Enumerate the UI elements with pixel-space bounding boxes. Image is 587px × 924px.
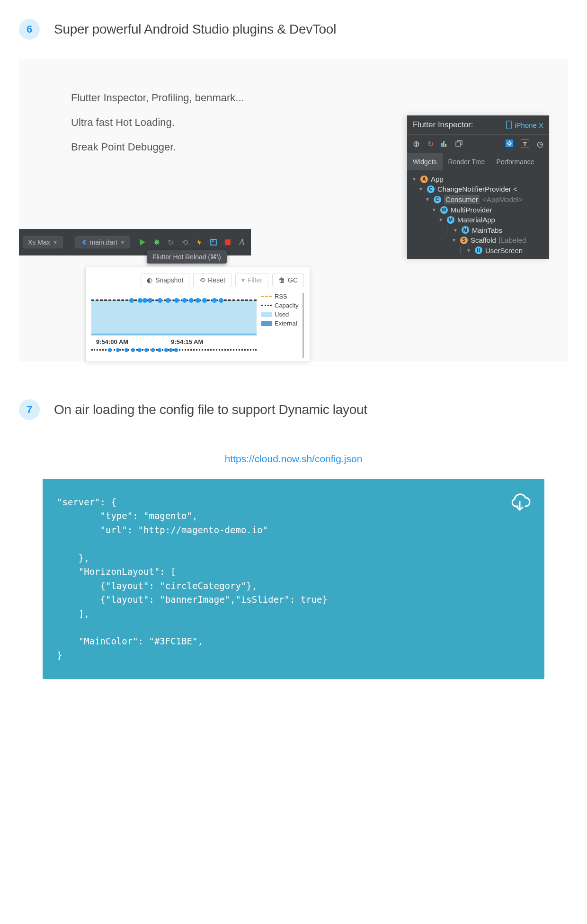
svg-rect-5 (441, 143, 443, 147)
expand-icon[interactable]: ▼ (412, 176, 417, 182)
target-icon[interactable] (506, 140, 513, 149)
node-label: MainTabs (472, 226, 502, 234)
tab-widgets[interactable]: Widgets (407, 153, 443, 170)
node-badge-icon: M (447, 216, 454, 224)
expand-icon[interactable]: ▼ (418, 186, 423, 192)
inspector-icon[interactable] (210, 238, 217, 246)
expand-icon[interactable]: ▼ (425, 197, 430, 202)
chart-xlabel: 9:54:15 AM (171, 338, 203, 345)
trash-icon: 🗑 (278, 276, 285, 284)
reset-button[interactable]: ⟲Reset (193, 273, 231, 287)
filter-button[interactable]: ▾Filter (235, 273, 268, 287)
filter-label: Filter (248, 276, 262, 284)
svg-rect-4 (507, 121, 511, 129)
refresh-icon[interactable]: ↻ (427, 140, 434, 149)
legend-capacity: Capacity (275, 302, 299, 309)
node-badge-icon: S (460, 237, 468, 244)
chevron-down-icon: ▼ (53, 240, 58, 245)
stop-icon[interactable] (224, 238, 231, 246)
config-code-text: "server": { "type": "magento", "url": "h… (57, 497, 328, 660)
tree-node[interactable]: ▼AApp (409, 174, 547, 184)
hot-reload-icon[interactable] (196, 238, 203, 246)
gc-label: GC (288, 276, 298, 284)
node-label: App (431, 175, 444, 183)
node-badge-icon: U (475, 246, 482, 254)
memory-chart-panel: ◐Snapshot ⟲Reset ▾Filter 🗑GC 9:54:00 AM … (85, 267, 310, 362)
svg-rect-6 (443, 141, 445, 147)
widget-tree[interactable]: ▼AApp▼CChangeNotifierProvider <▼CConsume… (407, 170, 549, 259)
add-icon[interactable]: ⊕ (413, 139, 420, 149)
gc-button[interactable]: 🗑GC (272, 273, 304, 287)
tab-render-tree[interactable]: Render Tree (443, 153, 491, 170)
bars-icon[interactable] (441, 140, 448, 148)
node-label: Scaffold (471, 236, 496, 244)
node-label: MultiProvider (451, 206, 492, 214)
svg-rect-3 (225, 239, 231, 245)
node-suffix: <AppModel> (482, 195, 523, 203)
file-dropdown[interactable]: main.dart ▼ (75, 236, 130, 248)
file-label: main.dart (90, 238, 117, 246)
device-name: iPhone X (515, 121, 543, 129)
expand-icon[interactable]: ▼ (438, 217, 443, 222)
debug-icon[interactable] (153, 238, 160, 246)
chart-xlabel: 9:54:00 AM (96, 338, 128, 345)
inspector-device[interactable]: iPhone X (506, 121, 543, 129)
clock-icon[interactable]: ◷ (537, 140, 543, 149)
legend-used: Used (275, 311, 289, 318)
expand-icon[interactable]: ▼ (453, 228, 458, 233)
snapshot-button[interactable]: ◐Snapshot (141, 273, 189, 287)
devtools-icon[interactable]: A (238, 238, 246, 246)
tree-node[interactable]: ▼MMultiProvider (409, 205, 547, 215)
node-label: UserScreen (485, 246, 523, 255)
node-label: ChangeNotifierProvider < (437, 185, 517, 193)
config-code-block: "server": { "type": "magento", "url": "h… (43, 479, 544, 679)
node-suffix: [Labeled (499, 236, 526, 244)
tree-node[interactable]: ▼CConsumer <AppModel> (409, 194, 547, 205)
hot-reload-tooltip: Flutter Hot Reload (⌘\) (147, 250, 227, 264)
flutter-logo-icon (80, 238, 87, 246)
expand-icon[interactable]: ▼ (432, 207, 436, 212)
section-header: 6 Super powerful Android Studio plugins … (19, 19, 568, 40)
node-badge-icon: M (462, 226, 469, 234)
section-7-content: https://cloud.now.sh/config.json "server… (19, 439, 568, 693)
legend-external: External (275, 320, 297, 327)
device-label: Xs Max (28, 238, 50, 246)
feature-item: Flutter Inspector, Profiling, benmark... (71, 92, 544, 104)
layers-icon[interactable] (455, 140, 463, 148)
memory-chart-plot (91, 293, 257, 335)
expand-icon[interactable]: ▼ (452, 238, 456, 243)
attach-icon[interactable]: ⟲ (181, 238, 189, 246)
tree-node[interactable]: ▼CChangeNotifierProvider < (409, 184, 547, 194)
node-badge-icon: M (440, 206, 448, 214)
section-number-badge: 6 (19, 19, 40, 40)
svg-rect-7 (445, 144, 446, 147)
profile-icon[interactable]: ↻ (167, 238, 175, 246)
inspector-tabs: Widgets Render Tree Performance (407, 153, 549, 170)
node-label: MaterialApp (457, 216, 495, 224)
node-badge-icon: A (420, 176, 428, 183)
chart-scrubber[interactable] (91, 349, 257, 358)
snapshot-label: Snapshot (155, 276, 183, 284)
tree-node[interactable]: ┆▼UUserScreen (409, 245, 547, 255)
reset-icon: ⟲ (199, 276, 205, 284)
svg-rect-2 (212, 241, 213, 243)
expand-icon[interactable]: ▼ (466, 248, 471, 253)
tree-node[interactable]: ▼MMaterialApp (409, 215, 547, 225)
section-header: 7 On air loading the config file to supp… (19, 399, 568, 420)
cloud-download-icon (508, 492, 531, 517)
tree-node[interactable]: ┆▼MMainTabs (409, 225, 547, 235)
run-icon[interactable] (139, 238, 146, 246)
filter-icon: ▾ (241, 276, 245, 284)
config-url-link[interactable]: https://cloud.now.sh/config.json (43, 453, 544, 465)
snapshot-icon: ◐ (147, 276, 152, 284)
reset-label: Reset (208, 276, 225, 284)
device-dropdown[interactable]: Xs Max ▼ (23, 236, 63, 248)
tree-node[interactable]: ▼SScaffold [Labeled (409, 235, 547, 245)
tab-performance[interactable]: Performance (490, 153, 540, 170)
section-6-content: Flutter Inspector, Profiling, benmark...… (19, 59, 568, 361)
section-6: 6 Super powerful Android Studio plugins … (0, 0, 587, 380)
text-overlay-icon[interactable]: T (521, 140, 529, 148)
legend-rss: RSS (275, 293, 287, 300)
section-title: On air loading the config file to suppor… (54, 402, 367, 417)
svg-rect-9 (456, 142, 461, 146)
